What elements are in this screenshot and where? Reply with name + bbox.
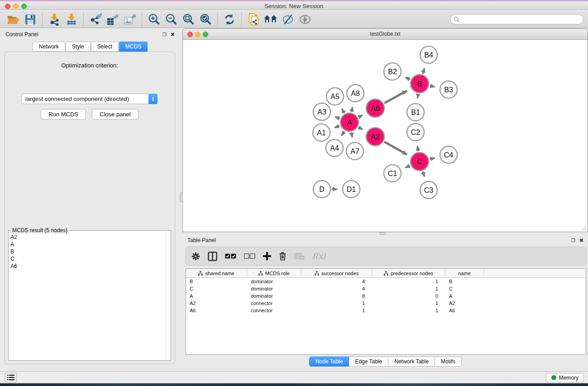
- node-C4[interactable]: C4: [440, 146, 457, 163]
- node-B1[interactable]: B1: [407, 104, 424, 121]
- mcds-result-item[interactable]: A2: [10, 234, 170, 241]
- cell-predecessor-nodes[interactable]: 1: [372, 300, 445, 306]
- open-file-icon[interactable]: [6, 13, 20, 26]
- result-scrollbar[interactable]: [165, 231, 170, 360]
- table-row[interactable]: Cdominator41C: [186, 285, 586, 292]
- window-resize-grip[interactable]: [581, 225, 587, 231]
- mcds-result-item[interactable]: A: [10, 241, 170, 248]
- cell-successor-nodes[interactable]: 1: [301, 308, 372, 313]
- network-canvas[interactable]: B4B2BB3A8A5A6A3B1AA1C2A2A4A7C4CC1DD1C3: [183, 40, 587, 231]
- cell-predecessor-nodes[interactable]: 1: [372, 308, 445, 313]
- tab-style[interactable]: Style: [66, 42, 91, 52]
- column-chooser-icon[interactable]: [208, 252, 217, 261]
- save-session-icon[interactable]: [24, 13, 37, 26]
- edge-A6-B[interactable]: [384, 91, 407, 103]
- search-input[interactable]: [450, 14, 583, 24]
- node-B3[interactable]: B3: [440, 81, 457, 98]
- network-window-titlebar[interactable]: testGlobe.txt: [183, 29, 588, 40]
- cell-successor-nodes[interactable]: 4: [301, 279, 372, 284]
- cell-name[interactable]: A: [445, 293, 484, 299]
- function-builder-icon[interactable]: f(x): [312, 252, 325, 261]
- cell-name[interactable]: A6: [445, 308, 484, 313]
- edge-A-A2[interactable]: [359, 127, 363, 129]
- node-D1[interactable]: D1: [343, 181, 360, 198]
- deselect-all-icon[interactable]: [244, 253, 255, 259]
- mcds-result-item[interactable]: A6: [10, 262, 170, 270]
- tab-node-table[interactable]: Node Table: [309, 357, 349, 367]
- node-A2[interactable]: A2: [366, 128, 384, 146]
- node-C3[interactable]: C3: [420, 181, 437, 199]
- cell-shared-name[interactable]: A2: [186, 300, 247, 306]
- select-all-icon[interactable]: [225, 253, 236, 259]
- cell-successor-nodes[interactable]: 4: [301, 286, 372, 291]
- table-row[interactable]: A6connector11A6: [186, 307, 586, 314]
- table-float-icon[interactable]: ❐: [571, 238, 575, 243]
- node-A6[interactable]: A6: [366, 99, 384, 117]
- run-mcds-button[interactable]: Run MCDS: [41, 109, 86, 119]
- edge-A-A5[interactable]: [342, 109, 344, 113]
- float-panel-icon[interactable]: ❐: [163, 32, 167, 37]
- export-network-icon[interactable]: [89, 13, 102, 26]
- edge-A-A6[interactable]: [359, 115, 363, 117]
- import-network-icon[interactable]: [48, 13, 61, 26]
- cell-MCDS-role[interactable]: dominator: [247, 279, 301, 284]
- column-header-successor-nodes[interactable]: successor nodes: [301, 269, 372, 277]
- edge-A-A7[interactable]: [351, 133, 352, 138]
- cell-name[interactable]: A2: [445, 300, 484, 306]
- tab-network-table[interactable]: Network Table: [388, 357, 435, 367]
- edge-A-A1[interactable]: [335, 126, 339, 128]
- home-icon[interactable]: [264, 13, 277, 26]
- node-C2[interactable]: C2: [407, 124, 424, 141]
- edge-C-C3[interactable]: [423, 172, 425, 177]
- tab-select[interactable]: Select: [91, 42, 119, 52]
- mcds-result-list[interactable]: A2ABCA6: [9, 231, 171, 270]
- import-table-icon[interactable]: [65, 13, 78, 26]
- export-image-icon[interactable]: [123, 13, 137, 26]
- vertical-splitter-handle[interactable]: [180, 192, 183, 202]
- cell-predecessor-nodes[interactable]: 1: [372, 286, 445, 291]
- delete-column-icon[interactable]: [279, 252, 287, 261]
- cell-MCDS-role[interactable]: connector: [247, 308, 301, 313]
- edge-A-A3[interactable]: [335, 117, 339, 119]
- node-A4[interactable]: A4: [326, 139, 343, 157]
- node-A3[interactable]: A3: [313, 103, 330, 120]
- zoom-in-icon[interactable]: [147, 13, 161, 26]
- add-column-icon[interactable]: [263, 252, 271, 260]
- delete-table-icon[interactable]: [294, 253, 305, 260]
- zoom-fit-icon[interactable]: [182, 13, 195, 26]
- export-table-icon[interactable]: [106, 13, 120, 26]
- edge-C-C1[interactable]: [405, 166, 410, 168]
- cell-predecessor-nodes[interactable]: 1: [372, 279, 445, 284]
- cell-MCDS-role[interactable]: connector: [247, 300, 301, 306]
- node-C[interactable]: C: [411, 152, 429, 171]
- zoom-out-icon[interactable]: [164, 13, 178, 26]
- style-preview-icon[interactable]: [281, 13, 295, 26]
- show-hide-icon[interactable]: [298, 13, 312, 26]
- column-header-predecessor-nodes[interactable]: predecessor nodes: [372, 269, 445, 277]
- edge-A-A8[interactable]: [352, 107, 353, 112]
- tab-network[interactable]: Network: [33, 42, 65, 52]
- edge-C-C2[interactable]: [417, 146, 418, 152]
- node-B[interactable]: B: [411, 75, 429, 93]
- edge-B-B4[interactable]: [423, 68, 425, 74]
- node-A5[interactable]: A5: [326, 88, 344, 105]
- column-header-name[interactable]: name: [445, 269, 484, 277]
- cell-shared-name[interactable]: C: [186, 286, 247, 291]
- task-history-button[interactable]: [5, 373, 17, 382]
- clone-network-icon[interactable]: [247, 13, 260, 26]
- node-C1[interactable]: C1: [384, 165, 401, 182]
- mcds-result-item[interactable]: B: [10, 248, 170, 255]
- cell-shared-name[interactable]: B: [186, 279, 247, 284]
- edge-A-A4[interactable]: [342, 131, 344, 136]
- edge-B-B2[interactable]: [405, 77, 410, 80]
- edge-A2-C[interactable]: [384, 142, 407, 154]
- node-A1[interactable]: A1: [313, 124, 330, 141]
- close-panel-button[interactable]: Close panel: [92, 109, 139, 119]
- node-A7[interactable]: A7: [346, 143, 363, 160]
- table-row[interactable]: Bdominator41B: [186, 278, 586, 285]
- tab-edge-table[interactable]: Edge Table: [349, 357, 388, 367]
- cell-successor-nodes[interactable]: 1: [301, 300, 372, 306]
- table-row[interactable]: Adominator80A: [186, 292, 586, 300]
- cell-name[interactable]: C: [445, 286, 484, 291]
- cell-shared-name[interactable]: A: [186, 293, 247, 299]
